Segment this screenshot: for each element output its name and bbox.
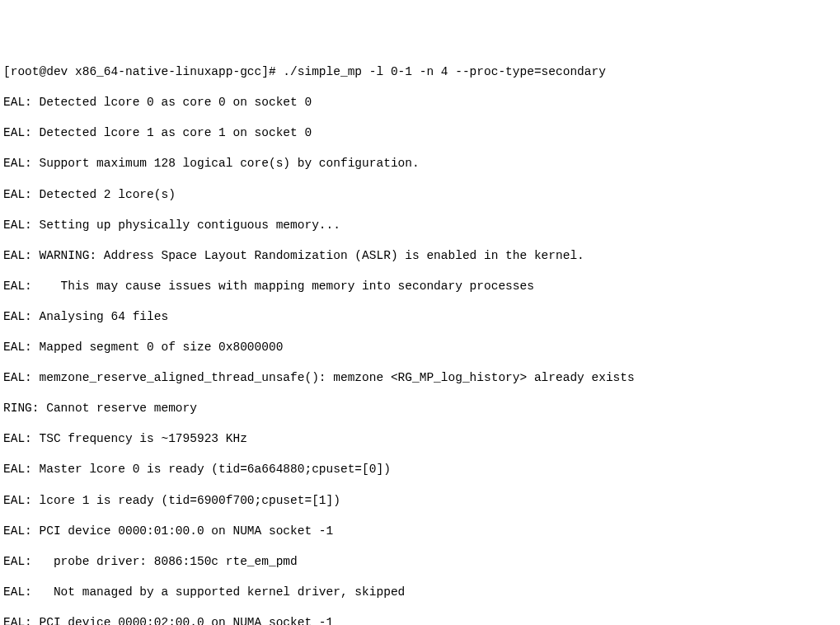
terminal-line: EAL: memzone_reserve_aligned_thread_unsa… [3,370,837,386]
terminal-line: EAL: Detected lcore 1 as core 1 on socke… [3,125,837,141]
terminal-line: EAL: lcore 1 is ready (tid=6900f700;cpus… [3,493,837,509]
terminal-line: EAL: Master lcore 0 is ready (tid=6a6648… [3,462,837,477]
terminal-line: EAL: PCI device 0000:01:00.0 on NUMA soc… [3,524,837,539]
terminal-line: EAL: Not managed by a supported kernel d… [3,585,837,600]
terminal-line: EAL: Analysing 64 files [3,309,837,325]
terminal-line: EAL: Mapped segment 0 of size 0x8000000 [3,340,837,355]
terminal-line: EAL: Detected 2 lcore(s) [3,187,837,203]
terminal-line: EAL: Detected lcore 0 as core 0 on socke… [3,95,837,110]
terminal-line: EAL: WARNING: Address Space Layout Rando… [3,248,837,264]
terminal-line: EAL: probe driver: 8086:150c rte_em_pmd [3,554,837,570]
terminal-line: EAL: TSC frequency is ~1795923 KHz [3,431,837,447]
terminal-line: RING: Cannot reserve memory [3,401,837,416]
terminal-line: [root@dev x86_64-native-linuxapp-gcc]# .… [3,64,837,80]
terminal-line: EAL: Setting up physically contiguous me… [3,218,837,233]
terminal-line: EAL: PCI device 0000:02:00.0 on NUMA soc… [3,615,837,625]
terminal-line: EAL: Support maximum 128 logical core(s)… [3,156,837,172]
terminal-line: EAL: This may cause issues with mapping … [3,279,837,294]
